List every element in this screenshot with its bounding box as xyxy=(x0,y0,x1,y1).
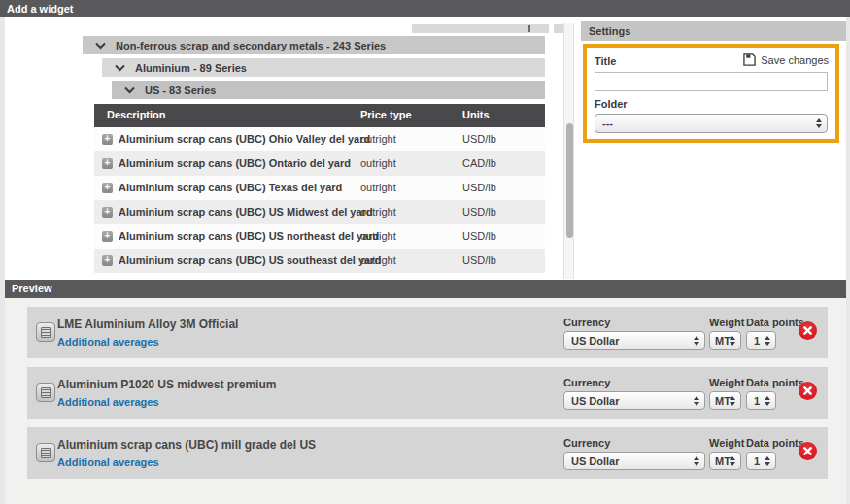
dialog-title: Add a widget xyxy=(7,3,73,15)
table-row[interactable]: + Aluminium scrap cans (UBC) Ohio Valley… xyxy=(94,127,545,151)
data-points-select-value: 1 xyxy=(754,455,760,467)
preview-row-title: Aluminium scrap cans (UBC) mill grade de… xyxy=(57,438,316,452)
tree-node-region[interactable]: US - 83 Series xyxy=(112,81,545,99)
series-description: Aluminium scrap cans (UBC) US Midwest de… xyxy=(119,206,373,218)
chevron-down-icon[interactable] xyxy=(95,42,106,50)
series-table-header: Description Price type Units xyxy=(94,104,545,127)
data-points-select[interactable]: 1 xyxy=(746,452,776,470)
close-icon xyxy=(803,386,812,395)
tree-node-label: Aluminium - 89 Series xyxy=(135,62,247,74)
series-table: Description Price type Units + Aluminium… xyxy=(94,104,545,273)
currency-select-value: US Dollar xyxy=(571,335,620,347)
currency-select[interactable]: US Dollar xyxy=(563,391,705,410)
series-units: CAD/lb xyxy=(462,157,496,169)
save-changes-button[interactable]: Save changes xyxy=(743,53,829,66)
series-units: USD/lb xyxy=(462,133,496,145)
select-arrows-icon xyxy=(765,396,770,406)
additional-averages-link[interactable]: Additional averages xyxy=(57,336,159,348)
folder-select[interactable]: --- xyxy=(595,114,828,133)
select-arrows-icon xyxy=(730,456,735,466)
preview-row-title: LME Aluminium Alloy 3M Official xyxy=(57,318,238,331)
series-description: Aluminium scrap cans (UBC) Ontario del y… xyxy=(119,157,351,169)
delete-row-button[interactable] xyxy=(799,442,817,460)
currency-label: Currency xyxy=(563,437,610,449)
weight-select[interactable]: MT xyxy=(709,331,741,350)
series-note-icon xyxy=(36,443,55,462)
weight-select-value: MT xyxy=(715,455,731,467)
data-points-label: Data points xyxy=(746,437,804,449)
title-input[interactable] xyxy=(595,72,828,91)
series-note-icon xyxy=(36,322,55,342)
series-units: USD/lb xyxy=(462,182,496,193)
preview-area: LME Aluminium Alloy 3M Official Addition… xyxy=(5,298,846,504)
preview-row: Aluminium P1020 US midwest premium Addit… xyxy=(27,367,828,419)
tree-node-category[interactable]: Non-ferrous scrap and secondary metals -… xyxy=(83,36,545,54)
preview-row-title: Aluminium P1020 US midwest premium xyxy=(57,378,276,391)
table-row[interactable]: + Aluminium scrap cans (UBC) US Midwest … xyxy=(94,200,545,224)
horizontal-scrollbar[interactable] xyxy=(412,24,549,33)
table-row[interactable]: + Aluminium scrap cans (UBC) Texas del y… xyxy=(94,176,545,200)
table-row[interactable]: + Aluminium scrap cans (UBC) US northeas… xyxy=(94,224,545,249)
close-icon xyxy=(803,447,812,455)
table-row[interactable]: + Aluminium scrap cans (UBC) Ontario del… xyxy=(94,151,545,176)
settings-header: Settings xyxy=(581,21,846,41)
series-description: Aluminium scrap cans (UBC) US southeast … xyxy=(119,254,381,266)
add-series-icon[interactable]: + xyxy=(102,207,113,218)
series-units: USD/lb xyxy=(462,230,496,242)
save-changes-label: Save changes xyxy=(761,54,829,66)
title-label: Title xyxy=(595,55,616,67)
additional-averages-link[interactable]: Additional averages xyxy=(57,456,159,468)
select-arrows-icon xyxy=(765,456,770,466)
folder-select-value: --- xyxy=(602,118,613,129)
currency-select-value: US Dollar xyxy=(571,455,620,467)
series-price-type: outright xyxy=(360,254,396,266)
add-series-icon[interactable]: + xyxy=(102,231,113,242)
data-points-select-value: 1 xyxy=(754,335,760,347)
data-points-label: Data points xyxy=(746,317,804,328)
select-arrows-icon xyxy=(765,336,770,346)
currency-select[interactable]: US Dollar xyxy=(563,452,705,470)
currency-select[interactable]: US Dollar xyxy=(563,331,705,350)
column-units: Units xyxy=(462,109,490,120)
series-units: USD/lb xyxy=(462,206,496,218)
close-icon xyxy=(803,326,812,335)
add-widget-dialog: Add a widget Non-ferrous scrap and secon… xyxy=(0,0,850,504)
series-description: Aluminium scrap cans (UBC) Ohio Valley d… xyxy=(119,133,370,145)
data-points-select-value: 1 xyxy=(754,395,760,407)
chevron-down-icon[interactable] xyxy=(124,86,135,94)
select-arrows-icon xyxy=(730,336,735,346)
add-series-icon[interactable]: + xyxy=(102,158,113,169)
series-note-icon xyxy=(36,383,55,402)
horizontal-scrollbar-thumb[interactable] xyxy=(528,25,530,32)
tree-node-metal[interactable]: Aluminium - 89 Series xyxy=(102,58,545,77)
data-points-select[interactable]: 1 xyxy=(746,391,776,410)
weight-label: Weight xyxy=(709,437,744,449)
column-price-type: Price type xyxy=(360,109,412,120)
data-points-label: Data points xyxy=(746,377,804,388)
vertical-scrollbar[interactable] xyxy=(563,23,574,279)
weight-select[interactable]: MT xyxy=(709,391,741,410)
weight-select-value: MT xyxy=(715,395,731,407)
additional-averages-link[interactable]: Additional averages xyxy=(57,396,159,408)
weight-select-value: MT xyxy=(715,335,731,347)
delete-row-button[interactable] xyxy=(799,321,817,340)
currency-label: Currency xyxy=(563,317,610,328)
tree-node-label: US - 83 Series xyxy=(145,84,216,96)
chevron-down-icon[interactable] xyxy=(115,64,125,72)
add-series-icon[interactable]: + xyxy=(102,183,113,193)
weight-select[interactable]: MT xyxy=(709,452,741,470)
dialog-title-bar: Add a widget xyxy=(0,0,850,17)
add-series-icon[interactable]: + xyxy=(102,255,113,266)
delete-row-button[interactable] xyxy=(799,382,817,400)
table-row[interactable]: + Aluminium scrap cans (UBC) US southeas… xyxy=(94,249,545,273)
select-arrows-icon xyxy=(694,336,699,346)
series-units: USD/lb xyxy=(462,254,496,266)
tree-node-label: Non-ferrous scrap and secondary metals -… xyxy=(116,40,386,51)
series-price-type: outright xyxy=(360,133,396,145)
data-points-select[interactable]: 1 xyxy=(746,331,776,350)
weight-label: Weight xyxy=(709,377,744,388)
vertical-scrollbar-thumb[interactable] xyxy=(566,123,573,238)
weight-label: Weight xyxy=(709,317,744,328)
settings-form: Title Save changes Folder --- xyxy=(583,44,839,143)
add-series-icon[interactable]: + xyxy=(102,134,113,145)
